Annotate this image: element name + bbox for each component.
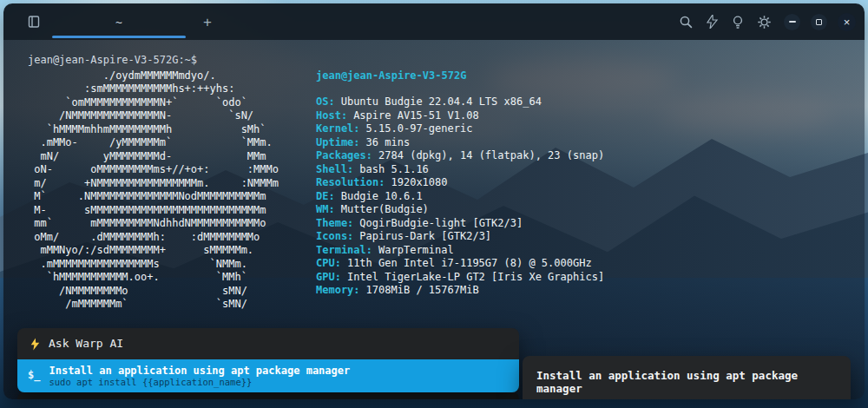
search-icon[interactable] <box>676 12 695 31</box>
ai-bolt-icon[interactable] <box>702 12 721 31</box>
settings-gear-icon[interactable] <box>754 12 773 31</box>
command-doc-panel: Install an application using apt package… <box>523 356 851 399</box>
terminal-prompt-icon: $_ <box>28 369 40 383</box>
ask-warp-ai-popup: Ask Warp AI $_ Install an application us… <box>17 328 519 392</box>
ascii-art: ./oydmMMMMMMmdyo/. :smMMMMMMMMMMMhs+:++y… <box>28 69 316 312</box>
info-row: Terminal:WarpTerminal <box>316 244 865 258</box>
info-row: Host:Aspire AV15-51 V1.08 <box>316 109 865 123</box>
terminal-tab[interactable]: ~ <box>50 3 187 40</box>
tab-title: ~ <box>115 16 122 29</box>
info-row: WM:Mutter(Budgie) <box>316 203 865 217</box>
warp-terminal-window: ~ + <box>3 3 865 399</box>
system-info: jean@jean-Aspire-V3-572G OS:Ubuntu Budgi… <box>316 69 865 312</box>
active-tab-indicator <box>52 36 186 38</box>
close-button[interactable]: × <box>838 13 856 31</box>
minimize-icon <box>789 21 796 23</box>
info-row: Shell:bash 5.1.16 <box>316 163 865 177</box>
titlebar-actions: × <box>676 12 865 31</box>
info-row: Memory:1708MiB / 15767MiB <box>316 284 865 298</box>
system-info-list: OS:Ubuntu Budgie 22.04.4 LTS x86_64Host:… <box>316 95 865 298</box>
terminal-body: jean@jean-Aspire-V3-572G:~$ ./oydmMMMMMM… <box>3 40 865 399</box>
neofetch-output: ./oydmMMMMMMmdyo/. :smMMMMMMMMMMMhs+:++y… <box>28 69 865 312</box>
ai-popup-header: Ask Warp AI <box>17 328 519 359</box>
maximize-icon <box>816 19 822 25</box>
close-icon: × <box>844 16 851 29</box>
info-row: Theme:QogirBudgie-light [GTK2/3] <box>316 217 865 231</box>
info-row: CPU:11th Gen Intel i7-1195G7 (8) @ 5.000… <box>316 257 865 271</box>
user-host: jean@jean-Aspire-V3-572G <box>316 69 865 83</box>
bookmarks-icon[interactable] <box>26 14 42 30</box>
bolt-icon <box>30 338 41 351</box>
info-row: GPU:Intel TigerLake-LP GT2 [Iris Xe Grap… <box>316 271 865 285</box>
info-row: OS:Ubuntu Budgie 22.04.4 LTS x86_64 <box>316 95 865 109</box>
command-input[interactable]: # comment installer une application ? <box>17 392 519 399</box>
info-row: DE:Budgie 10.6.1 <box>316 190 865 204</box>
doc-panel-title: Install an application using apt package… <box>536 369 837 395</box>
suggestion-text: Install an application using apt package… <box>49 365 350 388</box>
info-row: Icons:Papirus-Dark [GTK2/3] <box>316 230 865 244</box>
info-row: Packages:2784 (dpkg), 14 (flatpak), 23 (… <box>316 149 865 163</box>
titlebar: ~ + <box>3 3 865 40</box>
suggestion-command: sudo apt install {{application_name}} <box>49 377 350 388</box>
new-tab-button[interactable]: + <box>198 11 217 33</box>
ai-popup-title: Ask Warp AI <box>49 337 123 351</box>
info-row: Resolution:1920x1080 <box>316 176 865 190</box>
info-row: Kernel:5.15.0-97-generic <box>316 122 865 136</box>
desktop-screen: ~ + <box>0 0 868 408</box>
minimize-button[interactable] <box>784 14 800 30</box>
info-row: Uptime:36 mins <box>316 136 865 150</box>
maximize-button[interactable] <box>811 14 827 30</box>
ai-suggestion-item[interactable]: $_ Install an application using apt pack… <box>17 359 519 392</box>
tips-lightbulb-icon[interactable] <box>728 12 747 31</box>
prompt-line: jean@jean-Aspire-V3-572G:~$ <box>28 54 865 68</box>
suggestion-title: Install an application using apt package… <box>49 365 350 377</box>
